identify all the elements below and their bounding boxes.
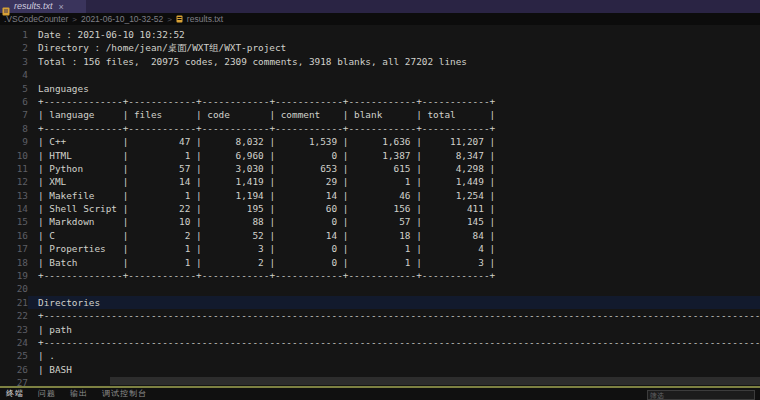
line-text: | C++ | 47 | 8,032 | 1,539 | 1,636 | 11,… — [28, 135, 760, 148]
editor-line[interactable]: 10| HTML | 1 | 6,960 | 0 | 1,387 | 8,347… — [0, 149, 760, 162]
editor-line[interactable]: 6+--------------+------------+----------… — [0, 95, 760, 108]
editor-line[interactable]: 1Date : 2021-06-10 10:32:52 — [0, 28, 760, 41]
breadcrumb-item[interactable]: .VSCodeCounter — [4, 14, 68, 24]
line-number: 24 — [0, 336, 28, 349]
line-number: 4 — [0, 68, 28, 81]
line-number: 17 — [0, 242, 28, 255]
line-text: | Markdown | 10 | 88 | 0 | 57 | 145 | — [28, 215, 760, 228]
breadcrumb: .VSCodeCounter>2021-06-10_10-32-52>resul… — [0, 13, 760, 25]
breadcrumb-item[interactable]: results.txt — [187, 14, 223, 24]
tab-title: results.txt — [14, 0, 53, 13]
line-number: 1 — [0, 28, 28, 41]
line-number: 2 — [0, 41, 28, 54]
editor-line[interactable]: 22+-------------------------------------… — [0, 309, 760, 322]
editor-lines: 1Date : 2021-06-10 10:32:522Directory : … — [0, 25, 760, 386]
breadcrumb-separator: > — [167, 15, 172, 24]
line-number: 26 — [0, 363, 28, 376]
line-number: 25 — [0, 349, 28, 362]
line-text: | . — [28, 349, 760, 362]
panel-filter-box — [647, 390, 755, 400]
line-number: 7 — [0, 108, 28, 121]
line-text: | XML | 14 | 1,419 | 29 | 1 | 1,449 | — [28, 175, 760, 188]
editor-line[interactable]: 21Directories — [0, 296, 760, 309]
editor-line[interactable]: 26| BASH — [0, 363, 760, 376]
panel-tab-输出[interactable]: 输出 — [70, 388, 88, 400]
scrollbar-slider[interactable] — [110, 377, 760, 385]
line-number: 5 — [0, 82, 28, 95]
text-file-icon — [176, 15, 183, 23]
filter-input[interactable] — [648, 391, 754, 399]
line-text: | BASH — [28, 363, 760, 376]
panel-tab-终端[interactable]: 终端 — [6, 388, 24, 400]
line-number: 13 — [0, 189, 28, 202]
line-text — [28, 68, 760, 81]
editor-line[interactable]: 19+--------------+------------+---------… — [0, 269, 760, 282]
line-text: | Properties | 1 | 3 | 0 | 1 | 4 | — [28, 242, 760, 255]
editor-line[interactable]: 11| Python | 57 | 3,030 | 653 | 615 | 4,… — [0, 162, 760, 175]
horizontal-scrollbar[interactable] — [36, 377, 760, 385]
editor-line[interactable]: 2Directory : /home/jean/桌面/WXT组/WXT-proj… — [0, 41, 760, 54]
breadcrumb-separator: > — [72, 15, 77, 24]
line-text: +--------------+------------+-----------… — [28, 95, 760, 108]
editor-line[interactable]: 3Total : 156 files, 20975 codes, 2309 co… — [0, 55, 760, 68]
editor-line[interactable]: 24+-------------------------------------… — [0, 336, 760, 349]
line-number: 19 — [0, 269, 28, 282]
editor-line[interactable]: 20 — [0, 282, 760, 295]
line-number: 10 — [0, 149, 28, 162]
line-text: Directory : /home/jean/桌面/WXT组/WXT-proje… — [28, 41, 760, 54]
editor-line[interactable]: 14| Shell Script | 22 | 195 | 60 | 156 |… — [0, 202, 760, 215]
line-number: 11 — [0, 162, 28, 175]
line-number: 15 — [0, 215, 28, 228]
editor-line[interactable]: 17| Properties | 1 | 3 | 0 | 1 | 4 | — [0, 242, 760, 255]
editor-line[interactable]: 23| path — [0, 323, 760, 336]
line-text: +---------------------------------------… — [28, 309, 760, 322]
editor-line[interactable]: 12| XML | 14 | 1,419 | 29 | 1 | 1,449 | — [0, 175, 760, 188]
line-text: | language | files | code | comment | bl… — [28, 108, 760, 121]
line-text: | Makefile | 1 | 1,194 | 14 | 46 | 1,254… — [28, 189, 760, 202]
editor-line[interactable]: 8+--------------+------------+----------… — [0, 122, 760, 135]
line-number: 27 — [0, 376, 28, 386]
tab-results-txt[interactable]: results.txt × — [0, 0, 86, 13]
vscode-window: results.txt × .VSCodeCounter>2021-06-10_… — [0, 0, 760, 400]
editor-line[interactable]: 9| C++ | 47 | 8,032 | 1,539 | 1,636 | 11… — [0, 135, 760, 148]
editor-line[interactable]: 16| C | 2 | 52 | 14 | 18 | 84 | — [0, 229, 760, 242]
line-text: Directories — [28, 296, 760, 309]
editor-line[interactable]: 4 — [0, 68, 760, 81]
line-number: 22 — [0, 309, 28, 322]
line-number: 16 — [0, 229, 28, 242]
editor-line[interactable]: 15| Markdown | 10 | 88 | 0 | 57 | 145 | — [0, 215, 760, 228]
line-number: 23 — [0, 323, 28, 336]
line-number: 18 — [0, 256, 28, 269]
line-text — [28, 282, 760, 295]
panel-tab-bar: 终端问题输出调试控制台 — [0, 388, 147, 400]
editor-line[interactable]: 25| . — [0, 349, 760, 362]
editor-line[interactable]: 18| Batch | 1 | 2 | 0 | 1 | 3 | — [0, 256, 760, 269]
tab-bar: results.txt × — [0, 0, 760, 13]
line-text: | Batch | 1 | 2 | 0 | 1 | 3 | — [28, 256, 760, 269]
line-number: 21 — [0, 296, 28, 309]
line-text: | Python | 57 | 3,030 | 653 | 615 | 4,29… — [28, 162, 760, 175]
panel-tab-问题[interactable]: 问题 — [38, 388, 56, 400]
bottom-panel: 终端问题输出调试控制台 — [0, 386, 760, 400]
line-number: 3 — [0, 55, 28, 68]
line-number: 8 — [0, 122, 28, 135]
line-number: 12 — [0, 175, 28, 188]
panel-tab-调试控制台[interactable]: 调试控制台 — [102, 388, 147, 400]
line-text: Languages — [28, 82, 760, 95]
close-icon[interactable]: × — [59, 2, 64, 12]
line-number: 6 — [0, 95, 28, 108]
line-text: | path — [28, 323, 760, 336]
line-text: +--------------+------------+-----------… — [28, 269, 760, 282]
editor-line[interactable]: 7| language | files | code | comment | b… — [0, 108, 760, 121]
editor-line[interactable]: 13| Makefile | 1 | 1,194 | 14 | 46 | 1,2… — [0, 189, 760, 202]
line-number: 14 — [0, 202, 28, 215]
breadcrumb-item[interactable]: 2021-06-10_10-32-52 — [81, 14, 163, 24]
line-text: +---------------------------------------… — [28, 336, 760, 349]
editor-line[interactable]: 5Languages — [0, 82, 760, 95]
line-number: 9 — [0, 135, 28, 148]
line-number: 20 — [0, 282, 28, 295]
line-text: +--------------+------------+-----------… — [28, 122, 760, 135]
line-text: | Shell Script | 22 | 195 | 60 | 156 | 4… — [28, 202, 760, 215]
editor[interactable]: 1Date : 2021-06-10 10:32:522Directory : … — [0, 25, 760, 386]
line-text: | C | 2 | 52 | 14 | 18 | 84 | — [28, 229, 760, 242]
